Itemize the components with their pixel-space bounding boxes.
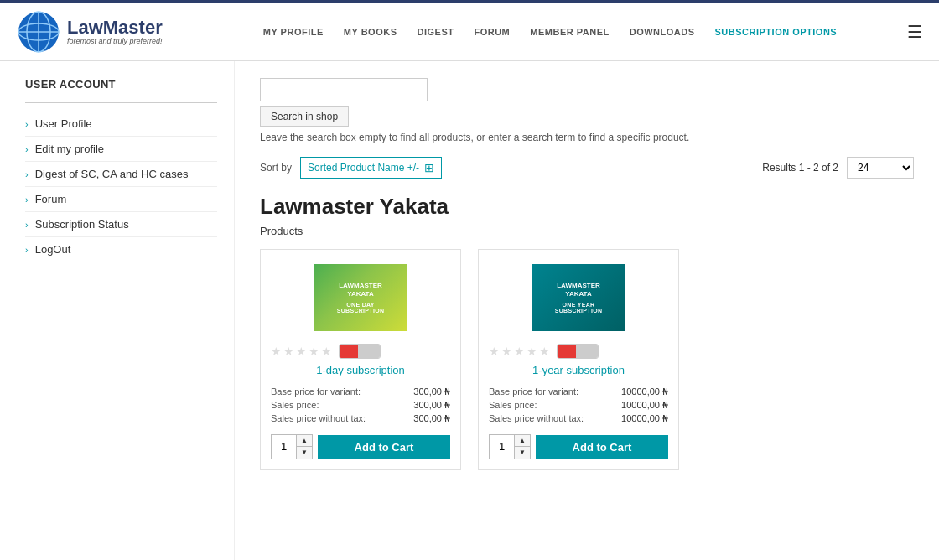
sidebar-item-label: Digest of SC, CA and HC cases [35,168,189,180]
product-img-title-2: LAWMASTERYAKATA [557,282,600,298]
stars-row-2: ★ ★ ★ ★ ★ [489,344,668,359]
qty-arrows-1: ▲ ▼ [297,435,312,459]
nav-subscription-options[interactable]: SUBSCRIPTION OPTIONS [715,27,838,37]
quantity-input-2[interactable] [490,435,515,459]
price-row-base-1: Base price for variant: 300,00 ₦ [271,386,450,397]
qty-down-button-1[interactable]: ▼ [297,447,312,459]
logo-name: LawMaster [67,18,163,37]
qty-up-button-1[interactable]: ▲ [297,435,312,447]
sidebar-item-label: LogOut [35,243,71,256]
star-icon: ★ [539,345,550,358]
price-value: 10000,00 ₦ [621,400,668,411]
page-layout: USER ACCOUNT › User Profile › Edit my pr… [0,61,939,560]
star-icon: ★ [527,345,537,358]
qty-down-button-2[interactable]: ▼ [515,447,530,459]
star-icon: ★ [271,345,282,358]
results-info: Results 1 - 2 of 2 [762,162,838,174]
price-label: Sales price without tax: [271,413,366,424]
star-icon: ★ [296,345,307,358]
chevron-right-icon: › [25,245,29,255]
nav-my-profile[interactable]: MY PROFILE [263,27,324,37]
product-title-1[interactable]: 1-day subscription [271,364,450,376]
price-table-2: Base price for variant: 10000,00 ₦ Sales… [489,386,668,424]
quantity-wrapper-2: ▲ ▼ [489,434,531,459]
price-label: Sales price: [271,400,319,411]
product-img-inner-1: LAWMASTERYAKATA ONE DAYSUBSCRIPTION [314,264,407,331]
sort-right: Results 1 - 2 of 2 24 48 96 [762,157,914,179]
product-img-inner-2: LAWMASTERYAKATA ONE YEARSUBSCRIPTION [532,264,625,331]
search-hint: Leave the search box empty to find all p… [260,132,914,143]
category-heading: Lawmaster Yakata [260,194,914,220]
search-button[interactable]: Search in shop [260,106,349,127]
sidebar-item-subscription-status[interactable]: › Subscription Status [25,212,217,237]
toggle-on-2 [558,345,576,358]
products-grid: LAWMASTERYAKATA ONE DAYSUBSCRIPTION ★ ★ … [260,249,914,470]
sort-plus-icon: ⊞ [424,161,434,174]
cart-row-2: ▲ ▼ Add to Cart [489,434,668,459]
nav-digest[interactable]: DIGEST [418,27,454,37]
main-nav: MY PROFILE MY BOOKS DIGEST FORUM MEMBER … [201,27,899,37]
sort-value: Sorted Product Name +/- [308,162,419,174]
chevron-right-icon: › [25,119,29,129]
chevron-right-icon: › [25,169,29,179]
sort-bar: Sort by Sorted Product Name +/- ⊞ Result… [260,157,914,179]
sidebar-item-edit-profile[interactable]: › Edit my profile [25,137,217,162]
page-size-select[interactable]: 24 48 96 [847,157,914,179]
nav-downloads[interactable]: DOWNLOADS [630,27,695,37]
toggle-off-1 [358,345,380,358]
price-value: 10000,00 ₦ [621,413,668,424]
stars-2: ★ ★ ★ ★ ★ [489,345,550,358]
toggle-2[interactable] [557,344,599,359]
product-image-2: LAWMASTERYAKATA ONE YEARSUBSCRIPTION [489,260,668,335]
sidebar-item-digest[interactable]: › Digest of SC, CA and HC cases [25,162,217,187]
price-value: 300,00 ₦ [413,400,450,411]
sort-select[interactable]: Sorted Product Name +/- ⊞ [300,157,442,179]
search-area: Search in shop Leave the search box empt… [260,78,914,143]
price-table-1: Base price for variant: 300,00 ₦ Sales p… [271,386,450,424]
price-value: 300,00 ₦ [413,413,450,424]
chevron-right-icon: › [25,144,29,154]
qty-arrows-2: ▲ ▼ [515,435,530,459]
add-to-cart-button-2[interactable]: Add to Cart [536,435,668,459]
nav-my-books[interactable]: MY BOOKS [344,27,397,37]
price-row-sales-1: Sales price: 300,00 ₦ [271,400,450,411]
logo-area[interactable]: LawMaster foremost and truly preferred! [17,10,168,54]
price-label: Base price for variant: [489,386,578,397]
star-icon: ★ [321,345,332,358]
products-label: Products [260,225,914,237]
star-icon: ★ [489,345,500,358]
sidebar-item-forum[interactable]: › Forum [25,187,217,212]
search-input[interactable] [260,78,428,101]
toggle-off-2 [576,345,598,358]
price-value: 300,00 ₦ [413,386,450,397]
qty-up-button-2[interactable]: ▲ [515,435,530,447]
product-card-1: LAWMASTERYAKATA ONE DAYSUBSCRIPTION ★ ★ … [260,249,461,470]
price-value: 10000,00 ₦ [621,386,668,397]
hamburger-menu-icon[interactable]: ☰ [907,22,922,42]
sidebar-item-label: Subscription Status [35,218,129,231]
logo-globe-icon [17,10,60,54]
price-row-notax-1: Sales price without tax: 300,00 ₦ [271,413,450,424]
price-row-base-2: Base price for variant: 10000,00 ₦ [489,386,668,397]
product-card-2: LAWMASTERYAKATA ONE YEARSUBSCRIPTION ★ ★… [478,249,679,470]
sidebar: USER ACCOUNT › User Profile › Edit my pr… [0,61,235,560]
star-icon: ★ [309,345,319,358]
nav-member-panel[interactable]: MEMBER PANEL [530,27,609,37]
quantity-input-1[interactable] [272,435,297,459]
sidebar-item-label: Forum [35,193,67,205]
sidebar-item-logout[interactable]: › LogOut [25,237,217,262]
nav-forum[interactable]: FORUM [474,27,510,37]
product-img-sub-2: ONE YEARSUBSCRIPTION [555,302,603,314]
main-content: Search in shop Leave the search box empt… [235,61,939,560]
sidebar-item-user-profile[interactable]: › User Profile [25,111,217,137]
header: LawMaster foremost and truly preferred! … [0,3,939,61]
product-img-title-1: LAWMASTERYAKATA [339,282,382,298]
toggle-1[interactable] [339,344,381,359]
sidebar-item-label: Edit my profile [35,143,104,155]
star-icon: ★ [501,345,512,358]
sort-left: Sort by Sorted Product Name +/- ⊞ [260,157,442,179]
product-image-1: LAWMASTERYAKATA ONE DAYSUBSCRIPTION [271,260,450,335]
product-title-2[interactable]: 1-year subscription [489,364,668,376]
price-row-sales-2: Sales price: 10000,00 ₦ [489,400,668,411]
add-to-cart-button-1[interactable]: Add to Cart [318,435,450,459]
